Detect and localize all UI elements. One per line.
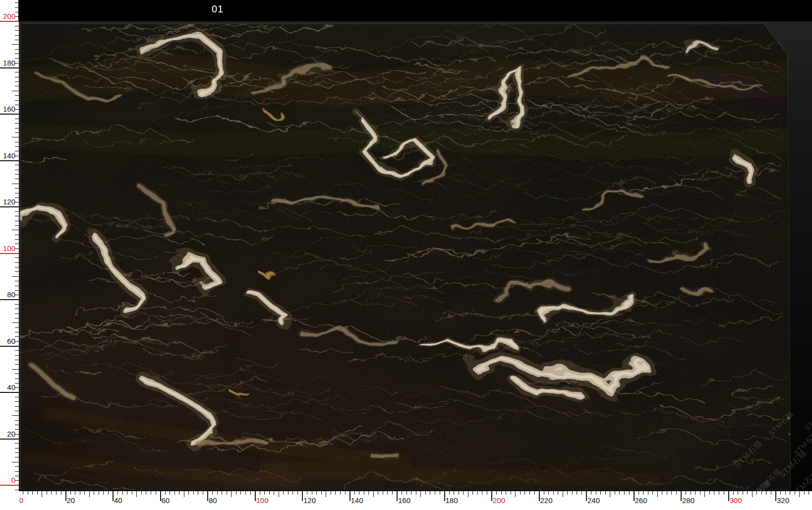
ruler-tick xyxy=(12,322,19,323)
ruler-tick xyxy=(12,462,19,462)
ruler-tick xyxy=(15,179,19,179)
ruler-tick xyxy=(269,491,270,495)
h-ruler-label: 80 xyxy=(209,497,217,504)
ruler-tick xyxy=(28,491,28,495)
ruler-tick xyxy=(15,290,19,291)
ruler-tick xyxy=(440,491,440,495)
h-ruler-label: 140 xyxy=(351,497,363,504)
ruler-tick xyxy=(12,137,19,137)
ruler-tick xyxy=(15,387,19,388)
ruler-tick xyxy=(15,197,19,198)
ruler-tick xyxy=(15,309,19,309)
ruler-tick xyxy=(359,491,359,495)
ruler-tick xyxy=(15,26,19,26)
ruler-tick xyxy=(15,374,19,374)
ruler-tick xyxy=(506,491,506,495)
ruler-tick xyxy=(165,491,166,495)
watermark-text: STM石猫 xyxy=(792,430,812,458)
ruler-tick xyxy=(12,230,19,230)
watermark-text: STM石猫 xyxy=(767,410,796,438)
ruler-tick xyxy=(15,105,19,105)
ruler-tick xyxy=(15,397,19,397)
ruler-tick xyxy=(15,239,19,240)
ruler-tick xyxy=(544,491,544,495)
ruler-tick xyxy=(15,262,19,263)
ruler-tick xyxy=(472,491,473,495)
watermark-text: STM石猫 xyxy=(803,405,812,433)
v-ruler-label: 80 xyxy=(0,291,15,298)
ruler-tick xyxy=(236,491,236,495)
ruler-tick xyxy=(15,35,19,36)
ruler-tick xyxy=(15,132,19,133)
ruler-tick xyxy=(629,491,630,495)
slab-viewer: STM石猫STM石猫STM石猫STM石猫STM石猫STM石猫STM石猫STM石猫… xyxy=(0,0,812,510)
ruler-tick xyxy=(15,457,19,457)
ruler-tick xyxy=(12,369,19,370)
ruler-tick xyxy=(117,491,118,495)
ruler-tick xyxy=(671,491,672,495)
ruler-tick xyxy=(511,491,511,495)
ruler-tick xyxy=(184,491,184,497)
ruler-tick xyxy=(15,49,19,50)
ruler-tick xyxy=(0,485,19,486)
ruler-tick xyxy=(795,491,795,495)
ruler-tick xyxy=(80,491,80,495)
ruler-tick xyxy=(610,491,610,497)
ruler-tick xyxy=(47,491,47,495)
ruler-tick xyxy=(75,491,75,495)
ruler-tick xyxy=(809,491,809,495)
ruler-tick xyxy=(771,491,771,495)
ruler-tick xyxy=(482,491,482,495)
ruler-tick xyxy=(15,304,19,305)
h-ruler-label: 60 xyxy=(162,497,170,504)
slab-number-label: 01 xyxy=(212,3,224,15)
ruler-tick xyxy=(255,491,256,501)
ruler-tick xyxy=(15,216,19,216)
ruler-tick xyxy=(534,491,535,495)
ruler-tick xyxy=(600,491,601,495)
ruler-tick xyxy=(0,160,19,161)
ruler-tick xyxy=(170,491,170,495)
ruler-tick xyxy=(15,466,19,467)
ruler-tick xyxy=(321,491,322,495)
v-ruler-label: 120 xyxy=(0,198,15,205)
ruler-tick xyxy=(615,491,615,495)
ruler-tick xyxy=(70,491,71,495)
ruler-tick xyxy=(15,225,19,226)
ruler-tick xyxy=(0,392,19,393)
ruler-tick xyxy=(15,341,19,342)
ruler-tick xyxy=(449,491,450,495)
ruler-tick xyxy=(203,491,203,495)
ruler-tick xyxy=(553,491,554,495)
ruler-tick xyxy=(12,44,19,45)
ruler-tick xyxy=(444,491,445,501)
ruler-tick xyxy=(691,491,691,495)
ruler-tick xyxy=(634,491,635,501)
ruler-tick xyxy=(132,491,132,495)
ruler-tick xyxy=(160,491,161,501)
ruler-tick xyxy=(94,491,94,495)
ruler-tick xyxy=(648,491,648,495)
ruler-tick xyxy=(563,491,563,497)
ruler-tick xyxy=(468,491,468,497)
watermark-layer: STM石猫STM石猫STM石猫STM石猫STM石猫STM石猫STM石猫STM石猫 xyxy=(18,21,812,491)
ruler-tick xyxy=(15,383,19,383)
ruler-tick xyxy=(501,491,502,495)
ruler-tick xyxy=(402,491,402,495)
v-ruler-label: 100 xyxy=(0,245,15,252)
ruler-tick xyxy=(766,491,766,495)
ruler-tick xyxy=(283,491,284,495)
horizontal-ruler: 0204060801001201401601802002202402602803… xyxy=(0,491,812,510)
ruler-tick xyxy=(15,188,19,189)
ruler-tick xyxy=(15,425,19,425)
h-ruler-label: 160 xyxy=(398,497,410,504)
ruler-tick xyxy=(577,491,577,495)
ruler-tick xyxy=(15,452,19,453)
ruler-tick xyxy=(738,491,738,495)
ruler-tick xyxy=(368,491,369,495)
ruler-tick xyxy=(15,142,19,142)
ruler-tick xyxy=(364,491,364,495)
ruler-tick xyxy=(193,491,194,495)
ruler-tick xyxy=(667,491,667,495)
ruler-tick xyxy=(15,314,19,314)
